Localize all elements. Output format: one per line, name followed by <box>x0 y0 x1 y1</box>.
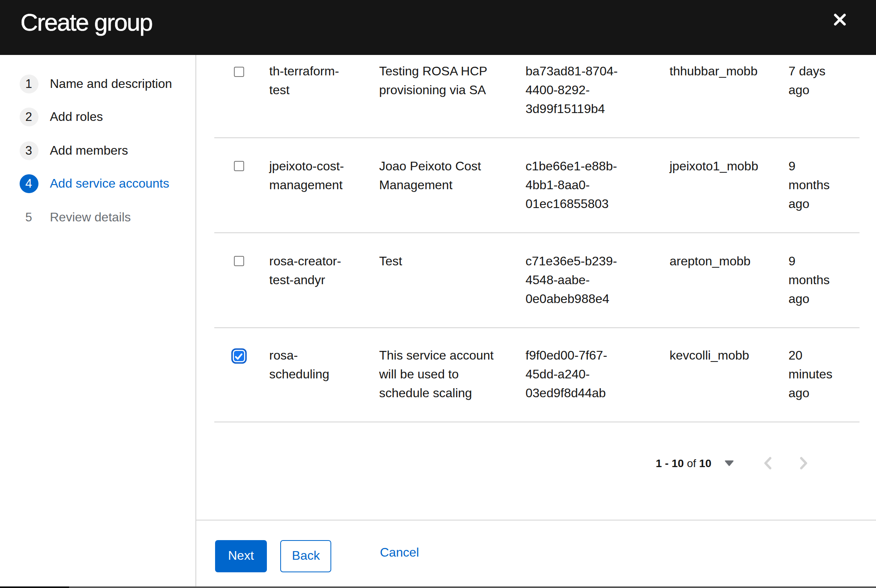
wizard-content: th-terraform-testTesting ROSA HCP provis… <box>196 55 876 586</box>
table-row: rosa-schedulingThis service account will… <box>214 328 860 423</box>
pagination-range-numbers: 1 - 10 <box>656 457 684 469</box>
table-row: rosa-creator-test-andyrTestc71e36e5-b239… <box>214 233 860 328</box>
step-label: Add members <box>50 143 128 157</box>
modal-main: 1Name and description2Add roles3Add memb… <box>0 55 876 586</box>
wizard-step-review-details[interactable]: 5Review details <box>19 208 195 227</box>
wizard-body: th-terraform-testTesting ROSA HCP provis… <box>196 55 876 519</box>
cell-name: rosa-scheduling <box>269 328 379 422</box>
pagination-range: 1 - 10 of 10 <box>656 457 712 469</box>
step-label: Review details <box>50 210 131 225</box>
cell-name: jpeixoto-cost-management <box>269 138 379 232</box>
cell-time-created: 9 months ago <box>788 233 860 327</box>
cell-client-id: c71e36e5-b239-4548-aabe-0e0abeb988e4 <box>526 233 670 327</box>
caret-down-icon <box>725 460 734 466</box>
step-number: 5 <box>19 208 38 227</box>
step-label: Name and description <box>50 77 172 91</box>
cell-owner: kevcolli_mobb <box>670 328 788 422</box>
cell-client-id: ba73ad81-8704-4400-8292-3d99f15119b4 <box>526 55 670 137</box>
table-row: jpeixoto-cost-managementJoao Peixoto Cos… <box>214 138 860 233</box>
wizard-footer: Next Back Cancel <box>196 519 876 586</box>
modal-header: Create group <box>0 0 876 55</box>
wizard-step-add-members[interactable]: 3Add members <box>19 141 195 160</box>
cell-description: Testing ROSA HCP provisioning via SA <box>379 55 526 137</box>
cell-time-created: 9 months ago <box>788 138 860 232</box>
wizard-step-add-roles[interactable]: 2Add roles <box>19 108 195 126</box>
cell-description: Test <box>379 233 526 327</box>
close-icon <box>832 11 847 27</box>
next-button[interactable]: Next <box>215 540 267 572</box>
modal-title: Create group <box>20 9 152 37</box>
back-button[interactable]: Back <box>280 540 332 572</box>
backdrop-strip-left <box>0 586 69 588</box>
wizard-step-add-service-accounts[interactable]: 4Add service accounts <box>19 175 195 194</box>
cell-name: th-terraform-test <box>269 55 379 137</box>
cell-description: This service account will be used to sch… <box>379 328 526 422</box>
pagination-total: 10 <box>699 457 711 469</box>
row-checkbox[interactable] <box>234 351 244 361</box>
cell-owner: jpeixoto1_mobb <box>670 138 788 232</box>
cell-checkbox <box>214 233 269 327</box>
backdrop-strip <box>0 586 876 588</box>
step-number: 2 <box>19 108 38 126</box>
step-label: Add service accounts <box>50 177 169 191</box>
cell-checkbox <box>214 328 269 422</box>
step-number: 1 <box>19 74 38 93</box>
close-button[interactable] <box>832 11 847 27</box>
cell-checkbox <box>214 55 269 137</box>
row-checkbox[interactable] <box>234 161 244 172</box>
screen: Create group 1Name and description2Add r… <box>0 0 876 588</box>
pagination-of-label: of <box>687 457 696 469</box>
cell-checkbox <box>214 138 269 232</box>
wizard-nav: 1Name and description2Add roles3Add memb… <box>0 55 196 586</box>
pagination-menu-toggle[interactable]: 1 - 10 of 10 <box>656 457 734 469</box>
create-group-modal: Create group 1Name and description2Add r… <box>0 0 876 586</box>
cell-owner: arepton_mobb <box>670 233 788 327</box>
check-icon <box>234 351 244 361</box>
row-checkbox[interactable] <box>234 66 244 77</box>
cell-client-id: c1be66e1-e88b-4bb1-8aa0-01ec16855803 <box>526 138 670 232</box>
angle-left-icon <box>764 457 772 469</box>
cell-time-created: 20 minutes ago <box>788 328 860 422</box>
angle-right-icon <box>800 457 808 469</box>
table-row: th-terraform-testTesting ROSA HCP provis… <box>214 55 860 138</box>
cell-owner: thhubbar_mobb <box>670 55 788 137</box>
wizard-step-name-and-description[interactable]: 1Name and description <box>19 74 195 93</box>
step-label: Add roles <box>50 110 103 124</box>
cell-description: Joao Peixoto Cost Management <box>379 138 526 232</box>
cancel-button[interactable]: Cancel <box>367 540 432 566</box>
cell-name: rosa-creator-test-andyr <box>269 233 379 327</box>
step-number: 3 <box>19 141 38 160</box>
wizard-steps-list: 1Name and description2Add roles3Add memb… <box>19 74 195 227</box>
prev-page-button[interactable] <box>760 452 776 474</box>
next-page-button[interactable] <box>796 452 812 474</box>
pagination: 1 - 10 of 10 <box>196 441 876 485</box>
cell-time-created: 7 days ago <box>788 55 860 137</box>
step-number: 4 <box>19 175 38 194</box>
row-checkbox[interactable] <box>234 256 244 266</box>
service-accounts-table: th-terraform-testTesting ROSA HCP provis… <box>214 55 860 423</box>
cell-client-id: f9f0ed00-7f67-45dd-a240-03ed9f8d44ab <box>526 328 670 422</box>
